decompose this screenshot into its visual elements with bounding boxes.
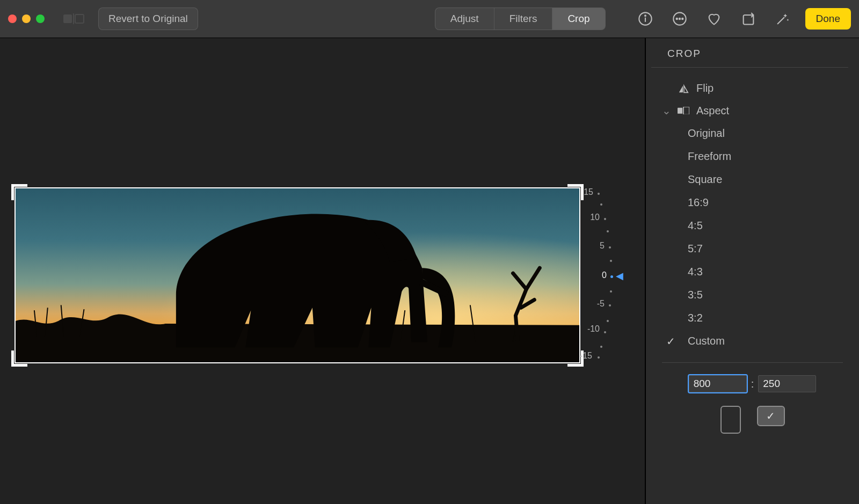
crop-handle-bottom-left[interactable] bbox=[11, 364, 27, 367]
close-window-button[interactable] bbox=[8, 14, 17, 23]
done-button[interactable]: Done bbox=[805, 8, 851, 30]
aspect-3-5[interactable]: 3:5 bbox=[688, 283, 859, 306]
info-icon[interactable] bbox=[638, 11, 653, 26]
custom-width-input[interactable] bbox=[689, 375, 747, 392]
aspect-icon bbox=[678, 105, 689, 116]
window-controls bbox=[8, 14, 45, 23]
aspect-3-2[interactable]: 3:2 bbox=[688, 306, 859, 330]
sidebar-title: CROP bbox=[651, 48, 848, 68]
dial-label-current: 0 bbox=[585, 271, 607, 280]
crop-sidebar: CROP Flip ⌄ Aspect Original Freeform Squ… bbox=[645, 38, 859, 504]
crop-handle-top-right[interactable] bbox=[567, 184, 584, 187]
aspect-label: Aspect bbox=[696, 105, 729, 117]
chevron-down-icon: ⌄ bbox=[662, 104, 671, 117]
dial-current-marker-icon: ◀ bbox=[616, 270, 623, 282]
aspect-freeform[interactable]: Freeform bbox=[688, 145, 859, 168]
separator bbox=[662, 362, 843, 363]
aspect-5-7[interactable]: 5:7 bbox=[688, 237, 859, 260]
rotate-icon[interactable] bbox=[741, 11, 756, 26]
browser-toggle-icon[interactable] bbox=[63, 13, 85, 25]
dial-label: 5 bbox=[583, 241, 605, 251]
svg-point-8 bbox=[679, 18, 680, 19]
svg-line-11 bbox=[777, 18, 784, 24]
toolbar: Revert to Original Adjust Filters Crop D… bbox=[0, 0, 859, 38]
aspect-square[interactable]: Square bbox=[688, 168, 859, 191]
aspect-4-3[interactable]: 4:3 bbox=[688, 260, 859, 283]
svg-rect-25 bbox=[683, 107, 689, 115]
orientation-portrait-button[interactable] bbox=[720, 406, 741, 434]
aspect-row[interactable]: ⌄ Aspect bbox=[646, 99, 859, 122]
toolbar-action-icons bbox=[638, 11, 790, 26]
crop-handle-top-left[interactable] bbox=[11, 184, 27, 187]
aspect-custom[interactable]: Custom bbox=[688, 330, 859, 353]
custom-aspect-inputs: : bbox=[646, 372, 859, 403]
svg-rect-2 bbox=[75, 14, 84, 23]
orientation-toggle: ✓ bbox=[646, 403, 859, 436]
image-canvas[interactable]: 15 10 5 0 -5 -10 -15 ◀ bbox=[0, 38, 645, 504]
aspect-original[interactable]: Original bbox=[688, 122, 859, 145]
more-options-icon[interactable] bbox=[672, 11, 687, 26]
svg-point-5 bbox=[645, 15, 646, 16]
rotation-dial[interactable]: 15 10 5 0 -5 -10 -15 ◀ bbox=[583, 187, 625, 402]
check-icon: ✓ bbox=[766, 410, 775, 422]
minimize-window-button[interactable] bbox=[22, 14, 31, 23]
tab-adjust[interactable]: Adjust bbox=[435, 8, 494, 30]
crop-handle-bottom-right[interactable] bbox=[567, 364, 584, 367]
aspect-16-9[interactable]: 16:9 bbox=[688, 191, 859, 214]
svg-rect-0 bbox=[63, 14, 72, 23]
dial-label: 10 bbox=[578, 213, 600, 222]
dial-label: -15 bbox=[571, 351, 592, 361]
favorite-heart-icon[interactable] bbox=[707, 11, 722, 26]
aspect-ratio-list: Original Freeform Square 16:9 4:5 5:7 4:… bbox=[646, 122, 859, 353]
revert-to-original-button[interactable]: Revert to Original bbox=[98, 8, 198, 30]
tab-filters[interactable]: Filters bbox=[494, 8, 553, 30]
dial-label: 15 bbox=[572, 187, 593, 197]
photo-preview bbox=[16, 188, 579, 362]
fullscreen-window-button[interactable] bbox=[36, 14, 45, 23]
aspect-4-5[interactable]: 4:5 bbox=[688, 214, 859, 237]
dial-label: -10 bbox=[578, 324, 600, 334]
edit-mode-tabs: Adjust Filters Crop bbox=[435, 8, 606, 30]
dial-label: -5 bbox=[583, 299, 605, 309]
flip-icon bbox=[678, 83, 689, 94]
crop-frame[interactable] bbox=[14, 187, 580, 363]
svg-point-7 bbox=[676, 18, 677, 19]
custom-height-input[interactable] bbox=[758, 375, 816, 392]
svg-point-9 bbox=[682, 18, 683, 19]
ratio-colon: : bbox=[751, 378, 754, 390]
orientation-landscape-button[interactable]: ✓ bbox=[757, 406, 785, 426]
svg-rect-24 bbox=[678, 108, 682, 114]
flip-row[interactable]: Flip bbox=[646, 77, 859, 99]
tab-crop[interactable]: Crop bbox=[552, 8, 605, 30]
auto-enhance-icon[interactable] bbox=[775, 11, 790, 26]
flip-label: Flip bbox=[696, 82, 714, 94]
